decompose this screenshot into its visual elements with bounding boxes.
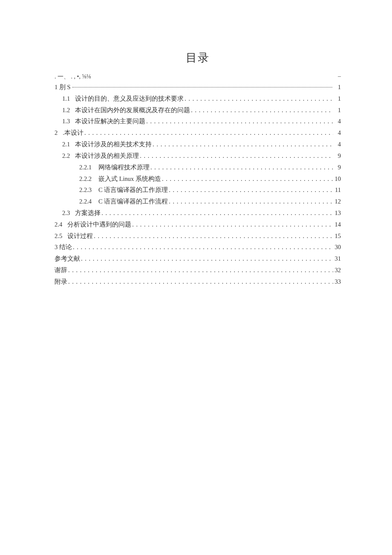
toc-title: 目录	[55, 50, 341, 65]
toc-text: 3 结论	[55, 241, 72, 253]
toc-leader-dots	[132, 219, 333, 230]
toc-entry: 1.1设计的目的、意义及应达到的技术要求1	[55, 93, 341, 105]
toc-entry: 1.3本设计应解决的主要问题4	[55, 116, 341, 127]
toc-page-number: 15	[334, 230, 341, 242]
toc-entry: 谢辞32	[55, 264, 341, 276]
document-page: 目录 . 一、 . , •, ⅝⅛ – 1 刖 S11.1设计的目的、意义及应达…	[0, 0, 392, 555]
toc-number: 1.1	[62, 93, 70, 105]
toc-page-number: 10	[334, 173, 341, 185]
toc-entry: 2.2.2嵌入式 Linux 系统构造10	[55, 173, 341, 185]
toc-leader-dots	[68, 276, 333, 288]
toc-number: 2.2	[62, 150, 70, 162]
toc-entry: 参考文献31	[55, 253, 341, 264]
toc-text: C 语言编译器的工作原理	[98, 184, 168, 196]
toc-page-number: 4	[334, 116, 341, 127]
toc-page-number: 11	[334, 184, 341, 196]
toc-entry: 1.2本设计在国内外的发展概况及存在的问题1	[55, 105, 341, 116]
toc-page-number: 1	[334, 93, 341, 105]
fragment-left: . 一、 . , •, ⅝⅛	[55, 73, 91, 80]
toc-page-number: 12	[334, 196, 341, 207]
toc-leader-dots	[162, 173, 333, 185]
toc-entry: 2.3方案选择13	[55, 207, 341, 219]
ocr-fragment-line: . 一、 . , •, ⅝⅛ –	[55, 73, 341, 81]
toc-number: 2.4	[55, 219, 62, 230]
toc-text: 网络编程技术原理	[98, 162, 150, 173]
toc-text: 本设计涉及的相关技术支持	[75, 139, 152, 150]
toc-page-number: 1	[334, 81, 341, 93]
toc-text: 本设计涉及的相关原理	[75, 150, 139, 162]
toc-leader-dots	[81, 253, 333, 264]
toc-page-number: 30	[334, 241, 341, 253]
toc-page-number: 33	[334, 276, 341, 288]
toc-page-number: 14	[334, 219, 341, 230]
toc-text: 方案选择	[75, 207, 101, 219]
toc-page-number: 9	[334, 162, 341, 173]
toc-number: 2.5	[55, 230, 62, 242]
toc-number: 2.3	[62, 207, 70, 219]
toc-leader-dots	[153, 139, 333, 150]
toc-leader-dots	[84, 127, 333, 139]
toc-entry: 2.2.4C 语言编译器的工作流程12	[55, 196, 341, 207]
toc-leader-dots	[94, 230, 333, 242]
toc-entry: 附录33	[55, 276, 341, 288]
toc-leader-dots	[184, 93, 333, 105]
toc-entry: 2.2本设计涉及的相关原理9	[55, 150, 341, 162]
toc-page-number: 1	[334, 105, 341, 116]
toc-leader-dots	[150, 162, 333, 173]
toc-text: C 语言编译器的工作流程	[98, 196, 168, 207]
toc-number: 2.2.2	[79, 173, 92, 185]
toc-text: .本设计	[63, 127, 84, 139]
toc-page-number: 9	[334, 150, 341, 162]
toc-entry: 2.2.1网络编程技术原理9	[55, 162, 341, 173]
toc-entry: 2.5设计过程15	[55, 230, 341, 242]
toc-entry: 2.1本设计涉及的相关技术支持4	[55, 139, 341, 150]
toc-text: 本设计在国内外的发展概况及存在的问题	[75, 105, 190, 116]
toc-leader-dots	[73, 241, 333, 253]
toc-entry: 1 刖 S1	[55, 81, 341, 93]
toc-entry: 2.本设计4	[55, 127, 341, 139]
toc-number: 1.3	[62, 116, 70, 127]
toc-entry: 2.2.3C 语言编译器的工作原理11	[55, 184, 341, 196]
toc-text: 附录	[55, 276, 67, 288]
toc-leader-dots	[101, 207, 333, 219]
toc-number: 2.1	[62, 139, 70, 150]
toc-entry: 3 结论30	[55, 241, 341, 253]
toc-leader-dots	[140, 150, 333, 162]
toc-text: 嵌入式 Linux 系统构造	[98, 173, 161, 185]
toc-text: 设计的目的、意义及应达到的技术要求	[75, 93, 184, 105]
toc-text: 设计过程	[67, 230, 93, 242]
toc-leader-dots	[169, 184, 333, 196]
toc-leader-dots	[169, 196, 333, 207]
toc-text: 谢辞	[55, 264, 67, 276]
toc-number: 2.2.3	[79, 184, 92, 196]
toc-entry: 2.4分析设计中遇到的问题14	[55, 219, 341, 230]
fragment-right: –	[338, 73, 341, 80]
toc-leader-dots	[146, 116, 333, 127]
toc-number: 2.2.4	[79, 196, 92, 207]
toc-text: 本设计应解决的主要问题	[75, 116, 145, 127]
toc-number: 2.2.1	[79, 162, 92, 173]
toc-text: 分析设计中遇到的问题	[67, 219, 131, 230]
toc-page-number: 13	[334, 207, 341, 219]
toc-page-number: 4	[334, 139, 341, 150]
toc-leader-dots	[72, 87, 332, 87]
toc-page-number: 31	[334, 253, 341, 264]
toc-text: 1 刖 S	[55, 81, 71, 93]
toc-leader-dots	[68, 264, 333, 276]
toc-page-number: 32	[334, 264, 341, 276]
toc-text: 参考文献	[55, 253, 80, 264]
table-of-contents: 1 刖 S11.1设计的目的、意义及应达到的技术要求11.2本设计在国内外的发展…	[55, 81, 341, 288]
toc-page-number: 4	[334, 127, 341, 139]
toc-number: 2	[55, 127, 58, 139]
toc-number: 1.2	[62, 105, 70, 116]
toc-leader-dots	[191, 105, 333, 116]
